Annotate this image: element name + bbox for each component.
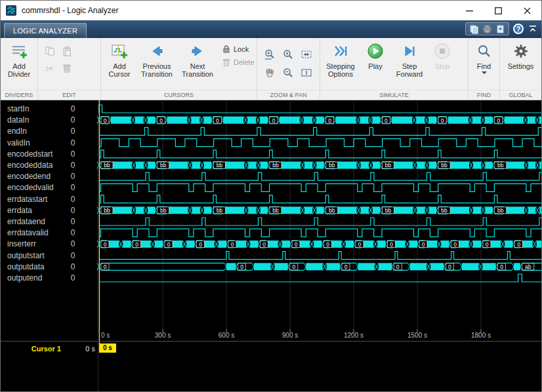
waveform-area: 00000000bbbbbbbbbbbbbbbbbbbbbbbbbbbbbbbb…: [1, 100, 541, 391]
play-icon: [367, 41, 384, 61]
cursor-time-box[interactable]: 0 s: [99, 343, 116, 353]
signal-value: 0: [61, 115, 85, 125]
signal-name[interactable]: endIn: [7, 126, 27, 136]
svg-text:0: 0: [453, 241, 457, 248]
signal-name[interactable]: dataIn: [7, 115, 29, 125]
copy-display-icon[interactable]: [469, 24, 479, 34]
signal-name[interactable]: outputend: [7, 273, 42, 283]
fit-to-view-icon: [301, 49, 312, 60]
play-button[interactable]: Play: [360, 41, 391, 71]
signal-name[interactable]: encodedstart: [7, 149, 52, 159]
section-dividers: Add Divider DIVIDERS: [1, 38, 38, 100]
find-dropdown-caret-icon: [482, 71, 487, 74]
settings-gear-icon: [512, 41, 530, 61]
find-icon: [476, 41, 492, 61]
tab-logic-analyzer[interactable]: LOGIC ANALYZER: [4, 23, 87, 38]
signal-value: 0: [61, 171, 85, 182]
help-icon[interactable]: ?: [513, 24, 524, 34]
svg-text:bb: bb: [385, 207, 392, 214]
window-title: commrshdl - Logic Analyzer: [22, 6, 118, 15]
svg-text:0: 0: [441, 117, 444, 124]
cut-button[interactable]: ✂: [42, 60, 58, 76]
svg-text:0: 0: [216, 117, 219, 124]
svg-text:0: 0: [497, 117, 500, 124]
signal-name[interactable]: encodedend: [7, 171, 51, 182]
lock-button[interactable]: Lock: [222, 45, 255, 54]
minimize-button[interactable]: [455, 1, 484, 20]
collapse-toolstrip-icon[interactable]: [528, 24, 538, 34]
stepping-options-label: Stepping Options: [323, 62, 358, 78]
section-edit: ✂ EDIT: [38, 38, 101, 100]
lock-icon: [222, 45, 231, 54]
signal-name[interactable]: errdataend: [7, 216, 45, 227]
title-bar: commrshdl - Logic Analyzer: [1, 1, 541, 20]
paste-button[interactable]: [59, 43, 75, 59]
zoom-in-button[interactable]: [280, 46, 297, 63]
time-tick-label: 1800 s: [465, 332, 497, 339]
zoom-in-x-button[interactable]: [261, 46, 278, 63]
maximize-button[interactable]: [484, 1, 512, 20]
signal-name[interactable]: startIn: [7, 104, 29, 114]
previous-transition-label: Previous Transition: [138, 62, 176, 78]
copy-button[interactable]: [42, 43, 58, 59]
section-cursors: Add Cursor Previous Transition: [101, 38, 257, 100]
svg-text:0: 0: [328, 117, 331, 124]
previous-transition-button[interactable]: Previous Transition: [136, 41, 177, 79]
section-label-cursors: CURSORS: [101, 90, 257, 100]
signal-name[interactable]: outputdata: [7, 262, 45, 272]
svg-text:0: 0: [486, 241, 489, 248]
play-label: Play: [368, 62, 382, 70]
toolstrip-tab-bar: LOGIC ANALYZER ?: [1, 20, 541, 38]
svg-text:0: 0: [422, 241, 425, 248]
zoom-in-x-icon: [264, 49, 276, 60]
svg-text:bb: bb: [217, 207, 223, 214]
svg-text:bb: bb: [160, 162, 167, 168]
signal-name[interactable]: validIn: [7, 138, 30, 148]
signal-value: 0: [61, 273, 85, 283]
signal-name[interactable]: errdatavalid: [7, 227, 49, 238]
svg-text:0: 0: [390, 241, 393, 248]
signal-name[interactable]: inserterr: [7, 239, 36, 249]
time-tick-label: 600 s: [210, 332, 243, 339]
find-label: Find: [477, 62, 491, 70]
signal-name[interactable]: outputstart: [7, 250, 45, 261]
step-forward-button[interactable]: Step Forward: [391, 41, 428, 79]
signal-name[interactable]: errdatastart: [7, 194, 47, 205]
delete-cursor-label: Delete: [234, 58, 255, 66]
add-divider-button[interactable]: Add Divider: [2, 41, 36, 79]
signal-name[interactable]: encodedvalid: [7, 182, 54, 193]
svg-text:0: 0: [199, 241, 202, 248]
step-forward-label: Step Forward: [392, 62, 427, 78]
app-icon: [5, 5, 17, 16]
zoom-out-button[interactable]: [280, 64, 297, 81]
add-divider-icon: [10, 41, 28, 61]
close-button[interactable]: [512, 1, 541, 20]
svg-text:0: 0: [358, 241, 362, 248]
export-icon[interactable]: [495, 24, 505, 34]
print-icon[interactable]: [482, 24, 492, 34]
add-cursor-button[interactable]: Add Cursor: [102, 41, 136, 79]
svg-text:bb: bb: [272, 162, 279, 168]
cursor-label[interactable]: Cursor 1: [16, 345, 61, 353]
zoom-x1-button[interactable]: [298, 64, 315, 81]
signal-name[interactable]: encodeddata: [7, 160, 52, 170]
signal-value: 0: [61, 216, 85, 227]
trash-icon: [62, 63, 72, 73]
section-global: Settings GLOBAL: [500, 38, 541, 100]
svg-text:ab: ab: [525, 264, 532, 270]
signal-name[interactable]: errdata: [7, 205, 32, 216]
pan-button[interactable]: [261, 64, 278, 81]
delete-cursor-button[interactable]: Delete: [222, 58, 255, 67]
delete-signal-button[interactable]: [59, 60, 75, 76]
signal-value: 0: [61, 250, 85, 261]
find-button[interactable]: Find: [470, 41, 498, 75]
next-transition-button[interactable]: Next Transition: [177, 41, 218, 79]
trash-icon: [222, 58, 231, 67]
settings-button[interactable]: Settings: [504, 41, 538, 71]
stop-button[interactable]: Stop: [428, 41, 457, 71]
svg-text:bb: bb: [441, 207, 448, 214]
svg-text:0: 0: [135, 241, 138, 248]
stepping-options-button[interactable]: Stepping Options: [322, 41, 360, 79]
fit-to-view-button[interactable]: [298, 46, 315, 63]
svg-text:bb: bb: [104, 162, 110, 168]
